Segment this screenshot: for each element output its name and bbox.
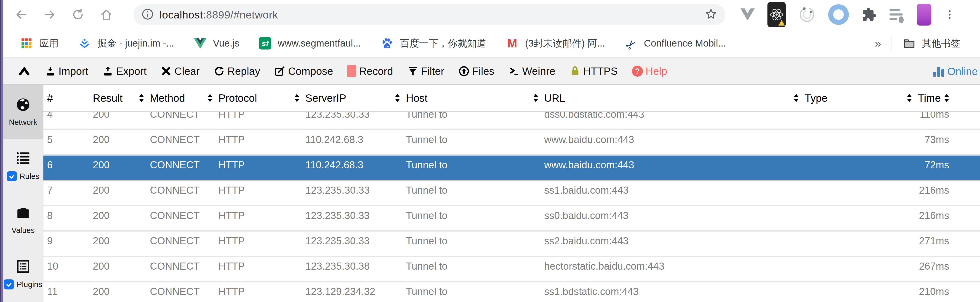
extensions-puzzle-icon[interactable] (862, 7, 877, 22)
bookmark-confluence[interactable]: ✂ Confluence Mobil... (625, 37, 726, 50)
bookmark-star-icon[interactable] (705, 8, 717, 21)
help-question-icon: ? (632, 66, 643, 77)
column-header-type[interactable]: Type (801, 92, 914, 104)
cell-url: ss1.baidu.com:443 (541, 181, 801, 205)
table-row[interactable]: 7 200 CONNECT HTTP 123.235.30.33 Tunnel … (43, 181, 980, 206)
export-icon (102, 66, 113, 77)
clear-button[interactable]: Clear (161, 65, 199, 77)
table-row[interactable]: 10 200 CONNECT HTTP 123.235.30.38 Tunnel… (43, 257, 980, 282)
import-button[interactable]: Import (45, 65, 88, 77)
column-header-url[interactable]: URL (541, 92, 801, 104)
sidebar-item-values[interactable]: Values (3, 193, 43, 247)
https-button[interactable]: HTTPS (570, 65, 618, 77)
sort-carets-icon (139, 94, 144, 102)
cell-method: CONNECT (146, 112, 215, 129)
online-status[interactable]: Online (933, 65, 980, 77)
orbit-extension-icon[interactable] (799, 6, 815, 23)
cell-type (801, 206, 914, 230)
compose-button[interactable]: Compose (274, 65, 333, 77)
online-label: Online (947, 65, 978, 77)
segmentfault-icon: sf (259, 37, 271, 49)
cell-result: 200 (89, 231, 146, 256)
other-bookmarks[interactable]: 其他书签 (903, 37, 960, 50)
cell-result: 200 (89, 130, 146, 155)
bookmarks-overflow-chevron[interactable]: » (875, 37, 881, 50)
filter-button[interactable]: Filter (407, 65, 444, 77)
url-host: localhost (159, 9, 203, 21)
cell-url: ss1.bdstatic.com:443 (541, 282, 801, 302)
bookmark-segmentfault[interactable]: sf www.segmentfaul... (259, 37, 361, 49)
sidebar-item-rules[interactable]: Rules (3, 139, 43, 193)
table-row[interactable]: 4 200 CONNECT HTTP 123.235.30.33 Tunnel … (43, 112, 980, 130)
forward-icon[interactable] (41, 6, 57, 22)
cell-serverip: 123.235.30.33 (302, 181, 402, 205)
cell-type (801, 282, 914, 302)
react-devtools-icon[interactable] (767, 2, 786, 27)
column-header-protocol[interactable]: Protocol (215, 92, 302, 104)
replay-button[interactable]: Replay (214, 65, 260, 77)
cell-host: Tunnel to (402, 156, 541, 180)
cell-url: ss2.baidu.com:443 (541, 231, 801, 256)
network-table: # Result Method Protocol ServerIP Host (43, 85, 980, 302)
column-header-host[interactable]: Host (402, 92, 541, 104)
cell-time: 110ms (914, 112, 980, 129)
address-bar[interactable]: localhost:8899/#network (134, 4, 725, 25)
cell-method: CONNECT (146, 181, 215, 205)
vue-extension-icon[interactable] (740, 8, 755, 21)
help-button[interactable]: ? Help (632, 65, 667, 77)
cell-host: Tunnel to (402, 181, 541, 205)
cell-num: 7 (43, 181, 89, 205)
bookmark-vuejs[interactable]: Vue.js (194, 37, 239, 50)
table-row[interactable]: 8 200 CONNECT HTTP 123.235.30.33 Tunnel … (43, 206, 980, 231)
cell-host: Tunnel to (402, 231, 541, 256)
cell-protocol: HTTP (215, 181, 302, 205)
clipboard-list-icon (16, 259, 30, 274)
url-text[interactable]: localhost:8899/#network (159, 8, 278, 21)
chevron-up-icon[interactable] (18, 66, 30, 76)
cell-time: 73ms (914, 130, 980, 155)
bookmark-mail[interactable]: M (3封未读邮件) 阿... (506, 37, 605, 50)
sidebar-item-label: Plugins (17, 280, 42, 289)
import-icon (45, 66, 56, 77)
table-row[interactable]: 5 200 CONNECT HTTP 110.242.68.3 Tunnel t… (43, 130, 980, 156)
bookmark-apps[interactable]: 应用 (20, 37, 59, 50)
info-icon[interactable] (142, 8, 154, 21)
menu-dots-icon[interactable] (944, 9, 955, 20)
profile-avatar[interactable] (917, 4, 931, 25)
bookmark-juejin[interactable]: 掘金 - juejin.im -... (78, 37, 174, 50)
column-header-time[interactable]: Time (914, 92, 980, 104)
plugins-checkbox[interactable] (4, 280, 14, 289)
rules-checkbox[interactable] (7, 171, 17, 181)
column-header-num[interactable]: # (43, 92, 89, 104)
bookmark-label: Confluence Mobil... (644, 38, 726, 49)
column-header-serverip[interactable]: ServerIP (302, 92, 402, 104)
cell-type (801, 181, 914, 205)
export-button[interactable]: Export (102, 65, 146, 77)
cell-result: 200 (89, 206, 146, 230)
compose-label: Compose (288, 65, 333, 77)
cell-protocol: HTTP (215, 156, 302, 180)
bookmark-baidu[interactable]: du 百度一下，你就知道 (380, 37, 486, 50)
table-row[interactable]: 9 200 CONNECT HTTP 123.235.30.33 Tunnel … (43, 231, 980, 257)
https-lock-icon (570, 66, 581, 77)
column-header-method[interactable]: Method (146, 92, 215, 104)
cell-result: 200 (89, 156, 146, 180)
weinre-button[interactable]: Weinre (509, 65, 555, 77)
record-button[interactable]: Record (347, 65, 393, 77)
back-icon[interactable] (13, 6, 29, 22)
bookmark-label: 百度一下，你就知道 (400, 37, 486, 50)
blue-ring-extension-icon[interactable] (828, 4, 849, 25)
sidebar-item-network[interactable]: Network (3, 85, 43, 139)
reload-icon[interactable] (70, 6, 86, 22)
sidebar-item-plugins[interactable]: Plugins (3, 247, 43, 301)
svg-text:du: du (386, 45, 389, 48)
home-icon[interactable] (98, 6, 114, 22)
files-button[interactable]: Files (458, 65, 494, 77)
table-row[interactable]: 6 200 CONNECT HTTP 110.242.68.3 Tunnel t… (43, 156, 980, 181)
table-row[interactable]: 11 200 CONNECT HTTP 123.129.234.32 Tunne… (43, 282, 980, 302)
cell-host: Tunnel to (402, 130, 541, 155)
sort-carets-icon (944, 94, 949, 102)
reading-list-icon[interactable] (889, 8, 904, 21)
cell-result: 200 (89, 112, 146, 129)
column-header-result[interactable]: Result (89, 92, 146, 104)
